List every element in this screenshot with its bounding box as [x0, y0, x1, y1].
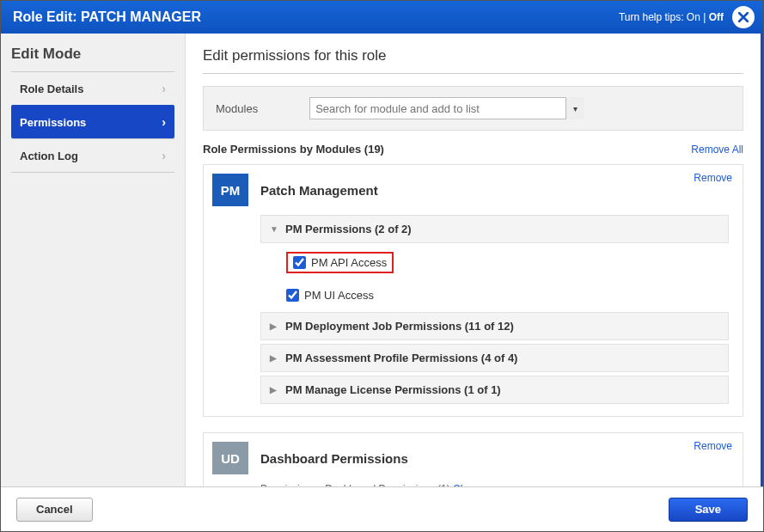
- triangle-right-icon: ▶: [270, 353, 280, 363]
- perm-item-label: PM API Access: [311, 256, 387, 269]
- perm-group-row[interactable]: ▶ PM Assessment Profile Permissions (4 o…: [260, 344, 729, 372]
- main-heading: Edit permissions for this role: [203, 47, 743, 64]
- cancel-button[interactable]: Cancel: [16, 498, 93, 522]
- perm-item-ui-access[interactable]: PM UI Access: [279, 284, 729, 307]
- module-badge: UD: [212, 442, 248, 474]
- remove-module-link[interactable]: Remove: [694, 440, 732, 452]
- module-search-box: Modules ▾: [203, 86, 743, 131]
- modules-label: Modules: [216, 102, 258, 115]
- module-card-pm: Remove PM Patch Management ▼ PM Permissi…: [203, 164, 743, 417]
- triangle-down-icon: ▼: [270, 224, 280, 234]
- perm-group-row[interactable]: ▼ PM Permissions (2 of 2): [260, 215, 729, 243]
- perm-group-label: PM Manage License Permissions (1 of 1): [285, 383, 501, 396]
- perm-group-row[interactable]: ▶ PM Manage License Permissions (1 of 1): [260, 376, 729, 404]
- remove-module-link[interactable]: Remove: [694, 172, 732, 184]
- sidebar-item-role-details[interactable]: Role Details ›: [11, 71, 174, 105]
- divider: [203, 73, 743, 74]
- titlebar: Role Edit: PATCH MANAGER Turn help tips:…: [1, 1, 763, 34]
- perm-item-api-access[interactable]: PM API Access: [279, 247, 729, 278]
- chevron-down-icon[interactable]: ▾: [565, 97, 584, 119]
- remove-all-link[interactable]: Remove All: [691, 144, 743, 156]
- module-name: Patch Management: [260, 183, 378, 198]
- chevron-right-icon: ›: [162, 149, 166, 162]
- sidebar-item-action-log[interactable]: Action Log ›: [11, 138, 174, 173]
- module-search-input[interactable]: [309, 97, 584, 119]
- footer: Cancel Save: [1, 486, 763, 531]
- sidebar-item-label: Permissions: [20, 116, 86, 129]
- perm-group-row[interactable]: ▶ PM Deployment Job Permissions (11 of 1…: [260, 312, 729, 340]
- permissions-count-label: Role Permissions by Modules (19): [203, 143, 384, 156]
- triangle-right-icon: ▶: [270, 321, 280, 331]
- help-tips-toggle[interactable]: Turn help tips: On | Off: [619, 11, 724, 23]
- page-title: Role Edit: PATCH MANAGER: [13, 9, 619, 25]
- triangle-right-icon: ▶: [270, 385, 280, 394]
- perm-group-label: PM Permissions (2 of 2): [285, 223, 412, 235]
- module-badge: PM: [212, 174, 248, 206]
- sidebar-item-permissions[interactable]: Permissions ›: [11, 105, 174, 138]
- main-panel: Edit permissions for this role Modules ▾…: [186, 34, 763, 531]
- perm-checkbox[interactable]: [293, 256, 306, 269]
- close-icon: [738, 12, 749, 22]
- sidebar-item-label: Role Details: [20, 83, 83, 95]
- close-button[interactable]: [732, 6, 755, 28]
- sidebar-heading: Edit Mode: [11, 46, 174, 71]
- save-button[interactable]: Save: [669, 498, 748, 522]
- module-name: Dashboard Permissions: [260, 451, 408, 466]
- module-combobox[interactable]: ▾: [309, 97, 584, 119]
- permissions-section-header: Role Permissions by Modules (19) Remove …: [203, 143, 743, 156]
- chevron-right-icon: ›: [162, 115, 166, 129]
- perm-group-label: PM Assessment Profile Permissions (4 of …: [285, 352, 517, 364]
- perm-group-label: PM Deployment Job Permissions (11 of 12): [285, 320, 514, 333]
- sidebar-item-label: Action Log: [20, 150, 78, 162]
- chevron-right-icon: ›: [162, 82, 166, 95]
- sidebar: Edit Mode Role Details › Permissions › A…: [1, 34, 186, 531]
- perm-item-label: PM UI Access: [304, 289, 374, 302]
- perm-checkbox[interactable]: [286, 289, 299, 302]
